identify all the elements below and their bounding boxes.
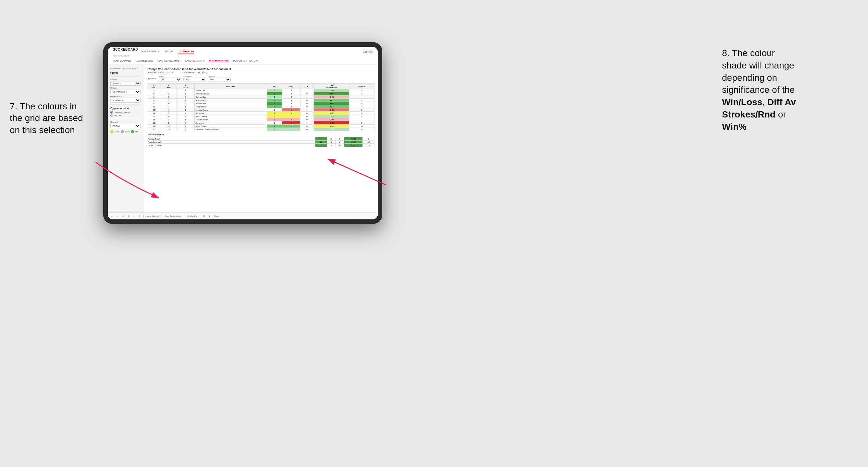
cell-opponent: Eunice Yi [194, 112, 267, 115]
toolbar-layout1[interactable]: ⊡ [202, 215, 206, 217]
col-tie: Tie [300, 84, 313, 89]
cell-tie: 0 [300, 125, 313, 128]
cell-diff: 0.30 [314, 125, 349, 128]
opponent-filter-select[interactable]: (All) [208, 77, 231, 82]
player-rank-select[interactable]: 8. Katelyn Vo [110, 98, 141, 102]
division-record: Division Record: 331 - 34 - 6 [180, 71, 207, 74]
toolbar-grid[interactable]: ⊡ [127, 215, 130, 217]
gender-select[interactable]: Women's [110, 81, 141, 86]
cell-reg: 2 [161, 92, 177, 95]
toolbar-watch[interactable]: 👁 Watch ▾ [186, 215, 197, 217]
cell-opponent: Andrea York [194, 102, 267, 105]
out-of-division-title: Out of division [147, 133, 374, 136]
cell-opponent: Emily Chang [194, 125, 267, 128]
toolbar-layout2[interactable]: ⊞ [208, 215, 211, 217]
cell-rounds: 3 [349, 105, 374, 108]
cell-reg: 11 [161, 128, 177, 131]
cell-reg: 10 [161, 125, 177, 128]
h2h-table: #Div #Reg #Conf Opponent Win Loss Tie Di… [147, 84, 374, 131]
cell-div: 16 [147, 118, 161, 121]
cell-loss: 1 [282, 125, 300, 128]
division-select[interactable]: NCAA Division III [110, 90, 141, 94]
toolbar-undo[interactable]: ↩ [110, 215, 114, 217]
colour-by-select[interactable]: Win/loss [110, 124, 141, 128]
bottom-toolbar: ↩ ↩ ↪ ⊡ ✂ ⟳ View: Original Save Custom V… [108, 212, 378, 219]
sub-nav-player-h2h-grid[interactable]: PLAYER H2H GRID [209, 59, 229, 62]
conference-filter-select[interactable]: (All) [183, 77, 206, 82]
cell-loss: 0 [282, 102, 300, 105]
cell-win: 2 [267, 102, 282, 105]
radio-top100[interactable]: Top 100 [110, 114, 141, 117]
top-nav: SCOREBOARD Powered by clippd TOURNAMENTS… [108, 47, 378, 57]
ood-cell-diff: 7.400 [344, 144, 363, 147]
nav-sign-out[interactable]: Sign out [363, 50, 373, 53]
cell-win: 1 [267, 89, 282, 92]
ood-cell-label: NCAA Division 2 [147, 144, 315, 147]
filters-row: Opponents: Region (All) Conference (All) [147, 75, 374, 82]
cell-opponent: Alexis Sudjianto [194, 92, 267, 95]
cell-loss: 0 [282, 89, 300, 92]
cell-reg: 2 [161, 121, 177, 125]
cell-tie: 0 [300, 92, 313, 95]
cell-rounds: 2 [349, 108, 374, 112]
toolbar-undo2[interactable]: ↩ [116, 215, 119, 217]
cell-diff: -0.94 [314, 118, 349, 121]
grid-title: Katelyn Vo Head-to-Head Grid for Women's… [147, 67, 374, 71]
col-div: #Div [147, 84, 161, 89]
player-section-title: Player [110, 71, 141, 74]
cell-win: 1 [267, 118, 282, 121]
ood-cell-rounds: 30 [363, 141, 374, 144]
toolbar-save-custom[interactable]: Save Custom View [164, 215, 182, 217]
toolbar-refresh[interactable]: ⟳ [138, 215, 142, 217]
cell-reg: 8 [161, 115, 177, 118]
cell-tie: 0 [300, 105, 313, 108]
cell-reg: 7 [161, 112, 177, 115]
cell-diff: 0.38 [314, 112, 349, 115]
sub-nav-player-summary[interactable]: PLAYER SUMMARY [184, 60, 205, 62]
sub-nav: TEAM SUMMARY TEAM H2H GRID TEAM H2H HEAT… [108, 57, 378, 65]
cell-diff: -3.00 [314, 108, 349, 112]
legend-down-label: Down [115, 131, 119, 133]
radio-opponents-played[interactable]: Opponents Played [110, 111, 141, 114]
ood-cell-rounds: 2 [363, 137, 374, 141]
cell-conf: 1 [177, 108, 194, 112]
toolbar-scissors[interactable]: ✂ [132, 215, 136, 217]
col-reg: #Reg [161, 84, 177, 89]
toolbar-share[interactable]: Share [213, 215, 220, 217]
legend-level-label: Level [125, 131, 129, 133]
cell-div: 5 [147, 92, 161, 95]
sub-nav-team-h2h-grid[interactable]: TEAM H2H GRID [135, 60, 153, 62]
ood-cell-label: NAIA Division 1 [147, 141, 315, 144]
legend-up-label: Up [135, 131, 137, 133]
nav-teams[interactable]: TEAMS [164, 49, 174, 54]
cell-tie: 0 [300, 118, 313, 121]
cell-rounds: 3 [349, 99, 374, 102]
cell-reg: 6 [161, 102, 177, 105]
cell-reg: 1 [161, 99, 177, 102]
toolbar-redo[interactable]: ↪ [121, 215, 125, 217]
cell-rounds [349, 95, 374, 99]
cell-win: 1 [267, 95, 282, 99]
sub-nav-player-h2h-heatmap[interactable]: PLAYER H2H HEATMAP [233, 60, 258, 62]
nav-committee[interactable]: COMMITTEE [179, 49, 194, 54]
region-filter-select[interactable]: (All) [159, 77, 181, 82]
sub-nav-team-summary[interactable]: TEAM SUMMARY [113, 60, 131, 62]
cell-div: 20 [147, 128, 161, 131]
cell-win: 0 [267, 121, 282, 125]
cell-tie: 0 [300, 128, 313, 131]
toolbar-view-original[interactable]: View: Original [146, 215, 160, 217]
legend-down-dot [110, 130, 114, 133]
cell-div: 14 [147, 112, 161, 115]
cell-opponent: Federica Domecq Lacroze [194, 128, 267, 131]
table-row: 20 11 7 Federica Domecq Lacroze 2 1 0 1.… [147, 128, 374, 131]
ood-cell-diff: 9.267 [344, 141, 363, 144]
sub-nav-team-h2h-heatmap[interactable]: TEAM H2H HEATMAP [157, 60, 180, 62]
ood-cell-win: 15 [315, 141, 327, 144]
cell-loss: 1 [282, 108, 300, 112]
col-rounds: Rounds [349, 84, 374, 89]
cell-div: 10 [147, 102, 161, 105]
cell-loss: 1 [282, 121, 300, 125]
last-updated: Last Updated: 27/03/2024 16:55:38 [110, 67, 141, 69]
cell-opponent: Jessica Huang [194, 108, 267, 112]
nav-tournaments[interactable]: TOURNAMENTS [139, 49, 159, 54]
